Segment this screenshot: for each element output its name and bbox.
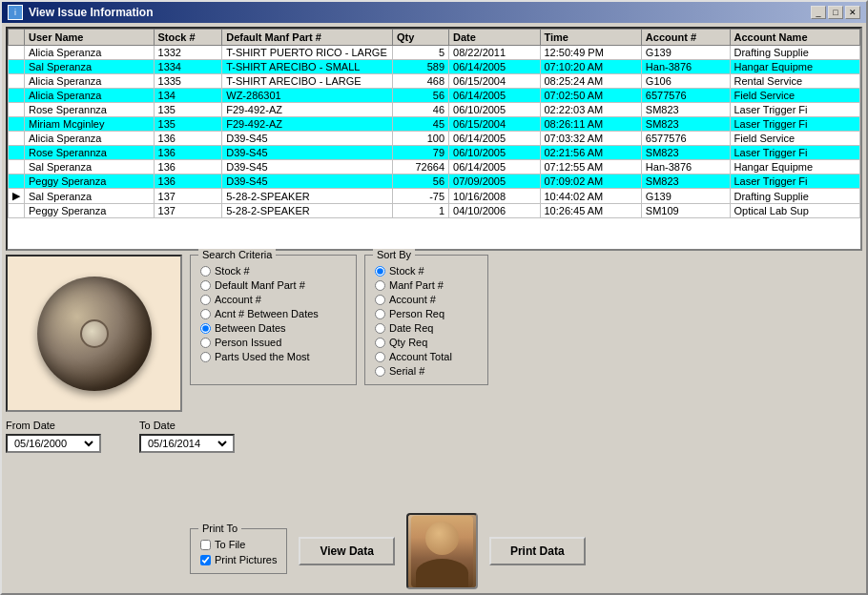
table-row[interactable]: Rose Sperannza135F29-492-AZ4606/10/20050… (9, 103, 860, 117)
cell-part: D39-S45 (222, 132, 393, 146)
criteria-parts-most-radio[interactable] (200, 352, 211, 362)
window-title: View Issue Information (29, 6, 153, 19)
row-arrow (9, 46, 25, 60)
cell-part: 5-28-2-SPEAKER (222, 189, 393, 204)
criteria-acnt-dates[interactable]: Acnt # Between Dates (200, 308, 346, 319)
cell-stock: 136 (154, 146, 222, 160)
criteria-acnt-dates-radio[interactable] (200, 309, 211, 319)
table-row[interactable]: Miriam Mcginley135F29-492-AZ4506/15/2004… (9, 117, 860, 132)
sort-qty-req-radio[interactable] (375, 338, 385, 348)
cell-user: Sal Speranza (25, 160, 155, 174)
criteria-between-dates-radio[interactable] (200, 323, 211, 334)
cell-acct_name: Field Service (730, 132, 860, 146)
sort-qty-req[interactable]: Qty Req (375, 337, 478, 348)
criteria-account-radio[interactable] (200, 295, 211, 305)
table-row[interactable]: Sal Speranza136D39-S457266406/14/200507:… (9, 160, 860, 174)
print-pictures-check[interactable] (200, 555, 211, 565)
criteria-manf[interactable]: Default Manf Part # (200, 279, 346, 291)
table-row[interactable]: Alicia Speranza1332T-SHIRT PUERTO RICO -… (9, 46, 860, 60)
table-row[interactable]: Alicia Speranza1335T-SHIRT ARECIBO - LAR… (9, 74, 860, 89)
table-row[interactable]: Alicia Speranza134WZ-2863015606/14/20050… (9, 89, 860, 103)
cell-account: SM823 (641, 117, 730, 132)
table-row[interactable]: Peggy Speranza136D39-S455607/09/200507:0… (9, 174, 860, 189)
sort-qty-req-label: Qty Req (389, 337, 427, 348)
criteria-account-label: Account # (215, 294, 261, 305)
criteria-parts-most-label: Parts Used the Most (215, 351, 310, 362)
criteria-account[interactable]: Account # (200, 294, 346, 305)
sort-serial[interactable]: Serial # (375, 365, 478, 377)
table-row[interactable]: Sal Speranza1334T-SHIRT ARECIBO - SMALL5… (9, 60, 860, 74)
print-data-button[interactable]: Print Data (489, 537, 586, 565)
sort-stock-label: Stock # (389, 265, 424, 277)
sort-date-req-label: Date Req (389, 322, 433, 334)
criteria-stock[interactable]: Stock # (200, 265, 346, 277)
sort-stock-radio[interactable] (375, 266, 385, 277)
sort-serial-radio[interactable] (375, 366, 385, 377)
from-date-input[interactable]: 05/16/2000 (6, 434, 101, 453)
criteria-between-dates[interactable]: Between Dates (200, 322, 346, 334)
cell-part: T-SHIRT PUERTO RICO - LARGE (222, 46, 393, 60)
cell-stock: 135 (154, 117, 222, 132)
cell-acct_name: Drafting Supplie (730, 189, 860, 204)
col-account: Account # (641, 30, 730, 46)
lens-image (37, 277, 152, 391)
sort-acct-total-radio[interactable] (375, 352, 385, 362)
print-to-title: Print To (198, 523, 241, 534)
cell-qty: 72664 (393, 160, 449, 174)
sort-date-req[interactable]: Date Req (375, 322, 478, 334)
criteria-stock-radio[interactable] (200, 266, 211, 277)
close-button[interactable]: ✕ (845, 6, 860, 19)
print-pictures[interactable]: Print Pictures (200, 554, 277, 565)
cell-time: 12:50:49 PM (540, 46, 641, 60)
table-row[interactable]: ▶Sal Speranza1375-28-2-SPEAKER-7510/16/2… (9, 189, 860, 204)
cell-acct_name: Field Service (730, 89, 860, 103)
sort-person-req[interactable]: Person Req (375, 308, 478, 319)
sort-by-radios: Stock # Manf Part # Account # (375, 265, 478, 377)
sort-manf-radio[interactable] (375, 280, 385, 291)
sort-date-req-radio[interactable] (375, 323, 385, 334)
cell-qty: 45 (393, 117, 449, 132)
data-table-container[interactable]: User Name Stock # Default Manf Part # Qt… (6, 27, 862, 251)
print-to-file[interactable]: To File (200, 539, 277, 550)
sort-account[interactable]: Account # (375, 294, 478, 305)
row-arrow (9, 74, 25, 89)
criteria-manf-radio[interactable] (200, 280, 211, 291)
row-arrow (9, 117, 25, 132)
maximize-button[interactable]: □ (828, 6, 843, 19)
cell-part: T-SHIRT ARECIBO - SMALL (222, 60, 393, 74)
criteria-person-issued[interactable]: Person Issued (200, 337, 346, 348)
from-date-select[interactable]: 05/16/2000 (10, 437, 96, 450)
cell-date: 08/22/2011 (449, 46, 540, 60)
cell-acct_name: Rental Service (730, 74, 860, 89)
cell-stock: 136 (154, 174, 222, 189)
table-row[interactable]: Peggy Speranza1375-28-2-SPEAKER104/10/20… (9, 204, 860, 218)
title-bar-left: i View Issue Information (8, 5, 153, 20)
sort-account-radio[interactable] (375, 295, 385, 305)
table-row[interactable]: Rose Sperannza136D39-S457906/10/200502:2… (9, 146, 860, 160)
print-pictures-label: Print Pictures (215, 554, 277, 565)
view-data-button[interactable]: View Data (299, 537, 394, 565)
print-to-file-check[interactable] (200, 540, 211, 550)
cell-acct_name: Laser Trigger Fi (730, 103, 860, 117)
sort-stock[interactable]: Stock # (375, 265, 478, 277)
col-acctname: Account Name (730, 30, 860, 46)
cell-part: D39-S45 (222, 174, 393, 189)
cell-qty: 100 (393, 132, 449, 146)
from-date-field: From Date 05/16/2000 (6, 420, 101, 453)
minimize-button[interactable]: _ (811, 6, 826, 19)
date-section: From Date 05/16/2000 To Date 05/16/2014 (6, 420, 182, 453)
bottom-section: From Date 05/16/2000 To Date 05/16/2014 (6, 255, 862, 589)
cell-time: 07:02:50 AM (540, 89, 641, 103)
table-row[interactable]: Alicia Speranza136D39-S4510006/14/200507… (9, 132, 860, 146)
cell-qty: 589 (393, 60, 449, 74)
sort-manf[interactable]: Manf Part # (375, 279, 478, 291)
criteria-person-issued-radio[interactable] (200, 338, 211, 348)
sort-acct-total[interactable]: Account Total (375, 351, 478, 362)
sort-by-title: Sort By (373, 249, 415, 260)
cell-stock: 1332 (154, 46, 222, 60)
criteria-parts-most[interactable]: Parts Used the Most (200, 351, 346, 362)
cell-date: 06/14/2005 (449, 160, 540, 174)
sort-person-req-radio[interactable] (375, 309, 385, 319)
cell-acct_name: Optical Lab Sup (730, 204, 860, 218)
cell-time: 07:03:32 AM (540, 132, 641, 146)
